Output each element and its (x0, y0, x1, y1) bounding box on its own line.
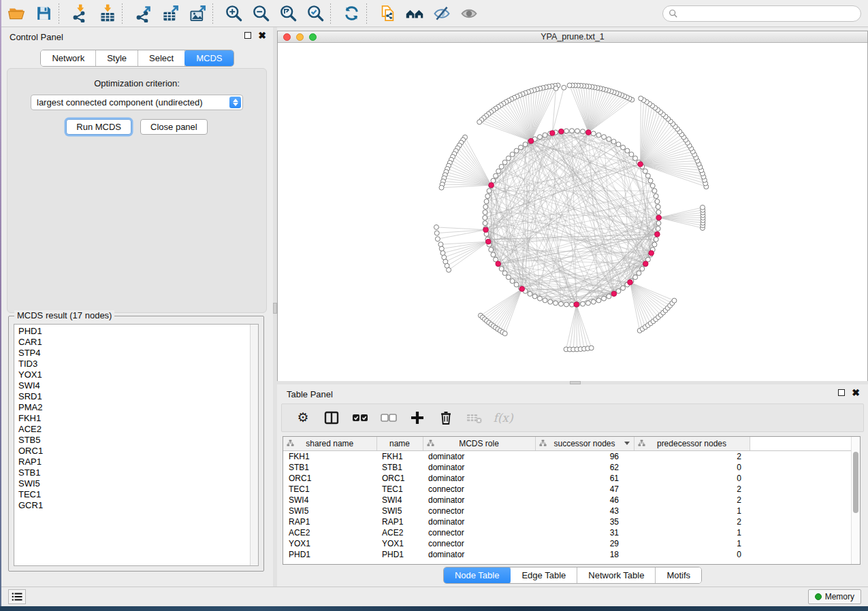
refresh-button[interactable] (340, 3, 362, 24)
column-header-name[interactable]: name (376, 437, 423, 450)
export-table-button[interactable] (159, 3, 181, 24)
list-item[interactable]: STP4 (14, 348, 249, 359)
zoom-fit-button[interactable] (277, 3, 299, 24)
list-item[interactable]: ACE2 (14, 424, 249, 435)
toolbar-separator (59, 3, 59, 24)
close-panel-icon[interactable]: ✖ (852, 389, 860, 396)
list-item[interactable]: GCR1 (14, 500, 249, 511)
zoom-in-button[interactable] (223, 3, 244, 24)
table-row[interactable]: PHD1PHD1dominator180 (283, 549, 852, 560)
export-table-icon (161, 4, 180, 22)
tab-mcds[interactable]: MCDS (184, 50, 234, 67)
column-header-mcds-role[interactable]: MCDS role (423, 437, 535, 450)
import-table-button[interactable] (96, 3, 118, 24)
mcds-result-title: MCDS result (17 nodes) (14, 310, 114, 320)
select-all-columns-button[interactable] (350, 408, 370, 428)
list-item[interactable]: PHD1 (14, 326, 249, 337)
list-item[interactable]: RAP1 (14, 457, 249, 467)
search-icon (669, 9, 678, 18)
list-item[interactable]: TID3 (14, 359, 249, 369)
table-row[interactable]: FKH1FKH1dominator962 (283, 450, 852, 462)
show-all-button[interactable] (458, 3, 480, 24)
hide-selected-button[interactable] (431, 3, 453, 24)
column-header-successor-nodes[interactable]: successor nodes (535, 437, 634, 450)
node-table-body: FKH1FKH1dominator962STB1STB1dominator620… (283, 450, 852, 560)
table-row[interactable]: STB1STB1dominator620 (283, 462, 852, 473)
desktop-edge-bottom (0, 606, 868, 611)
close-window-icon[interactable] (283, 33, 291, 41)
sort-descending-icon (624, 442, 630, 445)
export-image-button[interactable] (187, 3, 208, 24)
deselect-all-columns-button[interactable] (379, 408, 399, 428)
task-history-button[interactable] (8, 589, 26, 604)
list-item[interactable]: TEC1 (14, 489, 249, 500)
zoom-out-button[interactable] (250, 3, 272, 24)
network-canvas[interactable] (278, 43, 867, 381)
tab-style[interactable]: Style (96, 50, 138, 66)
show-columns-button[interactable] (321, 408, 342, 428)
run-mcds-button[interactable]: Run MCDS (66, 119, 131, 135)
list-item[interactable]: ORC1 (14, 446, 249, 457)
column-header-shared-name[interactable]: shared name (283, 437, 376, 450)
open-file-button[interactable] (5, 3, 27, 24)
column-header-predecessor-nodes[interactable]: predecessor nodes (634, 437, 750, 450)
maximize-window-icon[interactable] (309, 33, 317, 41)
delete-column-button[interactable] (436, 408, 456, 428)
search-field[interactable] (662, 5, 861, 22)
table-scrollbar-thumb[interactable] (853, 452, 858, 513)
save-session-button[interactable] (33, 3, 54, 24)
export-network-button[interactable] (132, 3, 154, 24)
table-settings-button[interactable]: ⚙ (293, 408, 313, 428)
tab-network-table[interactable]: Network Table (577, 567, 656, 583)
tab-network[interactable]: Network (41, 50, 96, 66)
attribute-icon (638, 440, 645, 447)
create-column-button[interactable] (407, 408, 428, 428)
main-area: Control Panel ✖ Network Style Select MCD… (1, 27, 868, 587)
table-panel-header: Table Panel ✖ (277, 384, 868, 402)
minimize-window-icon[interactable] (296, 33, 304, 41)
main-toolbar (1, 0, 868, 27)
tab-edge-table[interactable]: Edge Table (511, 567, 577, 583)
table-scrollbar[interactable] (851, 437, 860, 564)
fx-icon: f(x) (493, 411, 513, 425)
close-panel-icon[interactable]: ✖ (258, 32, 266, 39)
criterion-selected-value: largest connected component (undirected) (31, 97, 242, 108)
table-row[interactable]: ORC1ORC1dominator610 (283, 473, 852, 484)
table-panel: Table Panel ✖ ⚙ (277, 384, 868, 587)
list-item[interactable]: FKH1 (14, 413, 249, 424)
list-item[interactable]: YOX1 (14, 369, 249, 380)
search-input[interactable] (678, 7, 861, 20)
mcds-list: PHD1CAR1STP4TID3YOX1SWI4SRD1PMA2FKH1ACE2… (14, 326, 249, 511)
tab-select[interactable]: Select (138, 50, 185, 66)
tab-node-table[interactable]: Node Table (443, 567, 512, 584)
tab-motifs[interactable]: Motifs (656, 567, 701, 583)
table-row[interactable]: SWI4SWI4dominator462 (283, 495, 852, 506)
list-item[interactable]: CAR1 (14, 337, 249, 348)
mcds-result-list[interactable]: PHD1CAR1STP4TID3YOX1SWI4SRD1PMA2FKH1ACE2… (14, 324, 259, 566)
column-header-filler (750, 437, 852, 450)
close-panel-button[interactable]: Close panel (140, 119, 208, 135)
zoom-selected-button[interactable] (304, 3, 326, 24)
network-graph[interactable] (278, 43, 867, 381)
list-item[interactable]: STB1 (14, 467, 249, 478)
network-window-titlebar[interactable]: YPA_prune.txt_1 (278, 31, 867, 43)
table-row[interactable]: ACE2ACE2connector311 (283, 527, 852, 538)
list-item[interactable]: PMA2 (14, 402, 249, 413)
table-panel-title: Table Panel (287, 389, 333, 399)
list-item[interactable]: SWI5 (14, 478, 249, 489)
new-network-from-selection-button[interactable] (376, 3, 398, 24)
import-network-button[interactable] (69, 3, 91, 24)
table-row[interactable]: RAP1RAP1dominator352 (283, 516, 852, 527)
table-row[interactable]: SWI5SWI5connector431 (283, 506, 852, 516)
table-row[interactable]: YOX1YOX1connector291 (283, 538, 852, 549)
float-panel-icon[interactable] (838, 389, 845, 396)
list-item[interactable]: SRD1 (14, 391, 249, 402)
first-neighbors-button[interactable] (404, 3, 425, 24)
list-item[interactable]: STB5 (14, 435, 249, 446)
float-panel-icon[interactable] (244, 32, 251, 39)
optimization-criterion-select[interactable]: largest connected component (undirected) (31, 95, 243, 110)
mcds-list-scrollbar[interactable] (250, 325, 258, 565)
memory-button[interactable]: Memory (808, 589, 861, 604)
table-row[interactable]: TEC1TEC1connector472 (283, 484, 852, 495)
list-item[interactable]: SWI4 (14, 380, 249, 391)
